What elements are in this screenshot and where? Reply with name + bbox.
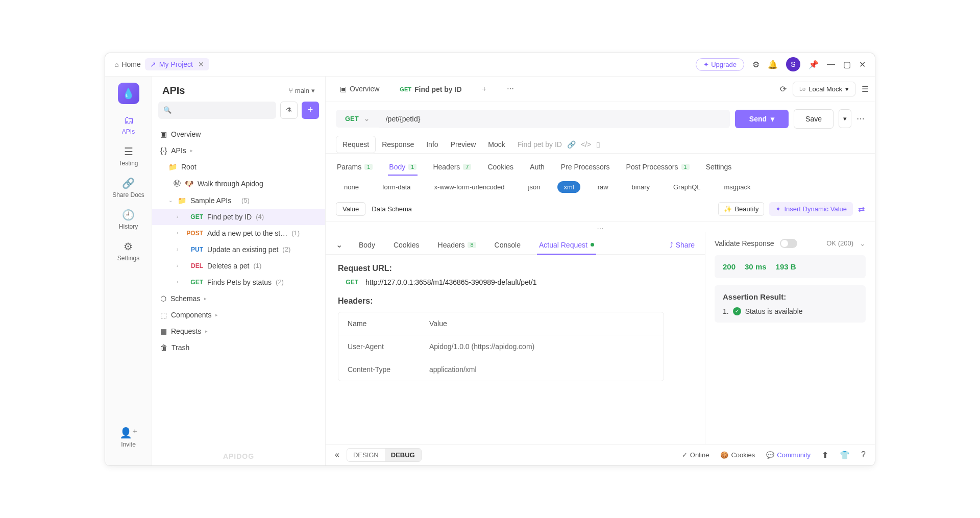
beautify-button[interactable]: ✨Beautify xyxy=(718,202,764,216)
tree-root[interactable]: 📁Root xyxy=(152,159,325,175)
app-logo[interactable]: 💧 xyxy=(118,83,139,104)
tree-endpoint-2[interactable]: ›PUTUpdate an existing pet(2) xyxy=(152,241,325,258)
resptab-body[interactable]: Body xyxy=(357,236,377,254)
insert-dynamic-button[interactable]: ✦Insert Dynamic Value xyxy=(769,202,853,216)
nav-invite[interactable]: 👤⁺Invite xyxy=(119,427,138,448)
tree-walkthrough[interactable]: Ⓜ🐶Walk through Apidog xyxy=(152,175,325,192)
filter-button[interactable]: ⚗ xyxy=(280,102,298,119)
resptab-cookies[interactable]: Cookies xyxy=(391,236,422,254)
subtab-response[interactable]: Response xyxy=(376,136,420,153)
nav-sharedocs[interactable]: 🔗Share Docs xyxy=(112,177,144,199)
footer-community[interactable]: 💬Community xyxy=(766,451,811,459)
url-input[interactable]: /pet/{petId} xyxy=(379,110,730,128)
bell-icon[interactable]: 🔔 xyxy=(768,60,778,69)
subtab-mock[interactable]: Mock xyxy=(482,136,511,153)
project-tab[interactable]: ↗ My Project ✕ xyxy=(145,58,209,70)
reqtab-pre[interactable]: Pre Processors xyxy=(560,159,611,175)
tree-components[interactable]: ⬚Components▸ xyxy=(152,307,325,323)
share-button[interactable]: ⤴Share xyxy=(670,241,695,249)
mock-selector[interactable]: LoLocal Mock▾ xyxy=(793,82,855,96)
pin-icon[interactable]: 📌 xyxy=(808,60,819,69)
minimize-icon[interactable]: — xyxy=(827,60,835,69)
nav-testing[interactable]: ☰Testing xyxy=(118,145,138,167)
collapse-icon[interactable]: ⌄ xyxy=(336,240,342,250)
upload-icon[interactable]: ⬆ xyxy=(822,450,828,460)
method-selector[interactable]: GET⌄ xyxy=(336,110,379,128)
chevron-down-icon[interactable]: ⌄ xyxy=(860,239,866,248)
resptab-actual[interactable]: Actual Request xyxy=(537,236,596,254)
reqtab-settings[interactable]: Settings xyxy=(705,159,733,175)
ok-chip[interactable]: OK (200) xyxy=(826,239,853,247)
save-button[interactable]: Save xyxy=(794,109,834,129)
gear-icon[interactable]: ⚙ xyxy=(752,60,760,69)
mode-toggle[interactable]: DESIGN DEBUG xyxy=(347,448,422,462)
nav-history[interactable]: 🕘History xyxy=(119,209,138,230)
validate-toggle[interactable] xyxy=(780,239,797,248)
tab-overview[interactable]: ▣Overview xyxy=(332,80,387,98)
bodytype-msgpack[interactable]: msgpack xyxy=(718,181,756,193)
resptab-console[interactable]: Console xyxy=(493,236,523,254)
nav-settings[interactable]: ⚙Settings xyxy=(117,240,139,262)
code-icon[interactable]: </> xyxy=(581,140,591,149)
tree-overview[interactable]: ▣Overview xyxy=(152,126,325,142)
tab-current[interactable]: GETFind pet by ID xyxy=(391,79,470,98)
subtab-request[interactable]: Request xyxy=(336,136,376,153)
add-button[interactable]: + xyxy=(302,102,319,119)
reqtab-params[interactable]: Params1 xyxy=(336,159,374,175)
shirt-icon[interactable]: 👕 xyxy=(840,450,850,460)
window-close-icon[interactable]: ✕ xyxy=(859,60,866,69)
bodytype-json[interactable]: json xyxy=(522,181,547,193)
footer-cookies[interactable]: 🍪Cookies xyxy=(720,451,755,459)
bodytype-binary[interactable]: binary xyxy=(626,181,656,193)
avatar[interactable]: S xyxy=(786,57,800,71)
home-button[interactable]: ⌂ Home xyxy=(114,60,141,68)
tree-endpoint-0[interactable]: ›GETFind pet by ID(4) xyxy=(152,209,325,225)
reqtab-post[interactable]: Post Processors1 xyxy=(625,159,691,175)
tree-apis-section[interactable]: {·}APIs▸ xyxy=(152,142,325,159)
upgrade-button[interactable]: ✦ Upgrade xyxy=(696,58,744,71)
refresh-icon[interactable]: ⟳ xyxy=(780,84,787,94)
bodytype-graphql[interactable]: GraphQL xyxy=(667,181,706,193)
link-icon[interactable]: 🔗 xyxy=(567,140,576,149)
menu-icon[interactable]: ☰ xyxy=(862,84,869,94)
header-row: User-AgentApidog/1.0.0 (https://apidog.c… xyxy=(338,335,664,358)
save-more-button[interactable]: ▾ xyxy=(839,109,851,128)
more-icon[interactable]: ⋯ xyxy=(856,114,865,124)
bodytype-formdata[interactable]: form-data xyxy=(376,181,417,193)
panel-icon[interactable]: ▯ xyxy=(596,140,600,149)
maximize-icon[interactable]: ▢ xyxy=(843,60,851,69)
reqtab-auth[interactable]: Auth xyxy=(529,159,546,175)
subtab-info[interactable]: Info xyxy=(420,136,444,153)
collapse-left-icon[interactable]: « xyxy=(335,450,339,459)
send-button[interactable]: Send▾ xyxy=(735,110,789,128)
tree-sample-apis[interactable]: ⌄📁Sample APIs (5) xyxy=(152,192,325,209)
settings-icon[interactable]: ⇄ xyxy=(858,204,865,214)
close-icon[interactable]: ✕ xyxy=(198,60,204,68)
pill-value[interactable]: Value xyxy=(336,202,365,216)
bodytype-none[interactable]: none xyxy=(338,181,365,193)
subtab-preview[interactable]: Preview xyxy=(445,136,482,153)
tree-endpoint-1[interactable]: ›POSTAdd a new pet to the st…(1) xyxy=(152,225,325,241)
bodytype-xml[interactable]: xml xyxy=(557,181,580,193)
bodytype-raw[interactable]: raw xyxy=(592,181,615,193)
tree-schemas[interactable]: ⬡Schemas▸ xyxy=(152,290,325,307)
mode-design[interactable]: DESIGN xyxy=(347,449,385,461)
pill-schema[interactable]: Data Schema xyxy=(365,203,418,215)
help-icon[interactable]: ? xyxy=(861,450,866,459)
resptab-headers[interactable]: Headers8 xyxy=(436,236,478,254)
tree-endpoint-3[interactable]: ›DELDeletes a pet(1) xyxy=(152,258,325,274)
bodytype-urlenc[interactable]: x-www-form-urlencoded xyxy=(428,181,511,193)
mode-debug[interactable]: DEBUG xyxy=(385,449,421,461)
tree-endpoint-4[interactable]: ›GETFinds Pets by status(2) xyxy=(152,274,325,290)
reqtab-cookies[interactable]: Cookies xyxy=(486,159,514,175)
tree-trash[interactable]: 🗑Trash xyxy=(152,339,325,356)
reqtab-headers[interactable]: Headers7 xyxy=(432,159,472,175)
tree-requests[interactable]: ▤Requests▸ xyxy=(152,323,325,339)
reqtab-body[interactable]: Body1 xyxy=(388,159,418,175)
nav-apis[interactable]: 🗂APIs xyxy=(122,114,135,135)
branch-selector[interactable]: ⑂main▾ xyxy=(289,87,315,94)
footer-online[interactable]: ✓Online xyxy=(682,451,709,459)
tab-more[interactable]: ⋯ xyxy=(499,80,522,98)
search-input[interactable]: 🔍 xyxy=(158,102,276,119)
tab-add[interactable]: + xyxy=(474,80,495,98)
